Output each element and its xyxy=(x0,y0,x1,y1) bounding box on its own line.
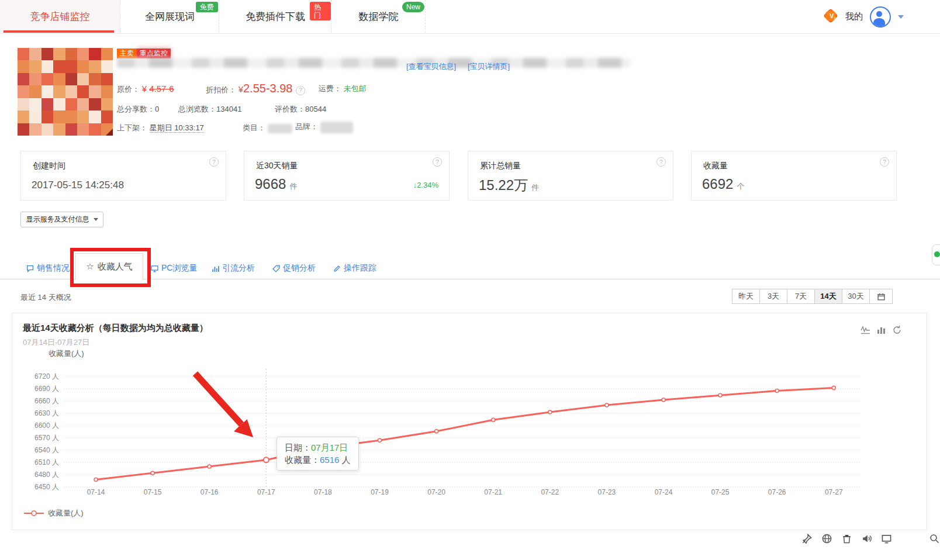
data-point-07-21 xyxy=(492,418,495,421)
product-image-fold xyxy=(106,129,113,136)
monitor-icon xyxy=(151,265,158,272)
help-icon[interactable]: ? xyxy=(656,157,666,167)
stat-card-value: 9668件 xyxy=(255,176,297,192)
data-point-07-17 xyxy=(264,457,269,462)
top-navbar: 竞争店铺监控全网展现词免费免费插件下载热门数据学院New V 3 我的 xyxy=(0,0,940,34)
data-point-07-24 xyxy=(662,398,665,402)
range-button-昨天[interactable]: 昨天 xyxy=(732,289,760,304)
browser-icon xyxy=(822,534,832,544)
stat-value-number: 9668 xyxy=(255,176,286,192)
chevron-down-icon[interactable] xyxy=(898,15,904,19)
data-point-07-22 xyxy=(548,410,552,414)
x-tick-label: 07-23 xyxy=(598,488,616,496)
shares-stat: 总分享数：0 xyxy=(117,104,159,115)
data-point-07-25 xyxy=(718,393,722,397)
stat-card-title: 创建时间 xyxy=(33,161,65,171)
tab-label: 操作跟踪 xyxy=(344,263,376,274)
reviews-stat: 评价数：80544 xyxy=(275,104,326,115)
y-tick-label: 6540 人 xyxy=(34,446,59,454)
show-service-payment-button[interactable]: 显示服务及支付信息 xyxy=(20,212,103,227)
x-tick-label: 07-15 xyxy=(144,488,162,496)
x-tick-label: 07-25 xyxy=(711,488,730,496)
browser-icon[interactable] xyxy=(822,534,832,546)
view-item-info-link[interactable]: [查看宝贝信息] xyxy=(406,61,456,72)
tab-label: PC浏览量 xyxy=(161,263,197,274)
stat-value-number: 6692 xyxy=(702,176,733,192)
speaker-icon[interactable] xyxy=(862,534,872,546)
my-account-link[interactable]: 我的 xyxy=(845,11,863,22)
stat-value-number: 15.22万 xyxy=(479,177,528,193)
stat-card-1: 创建时间2017-05-15 14:25:48? xyxy=(20,151,226,201)
stat-card-title: 近30天销量 xyxy=(256,161,298,171)
range-button-30天[interactable]: 30天 xyxy=(842,289,870,304)
x-tick-label: 07-24 xyxy=(655,488,673,496)
tab-favorites-popularity[interactable]: ☆收藏人气 xyxy=(75,253,143,279)
nav-tab-4[interactable]: 数据学院New xyxy=(332,0,426,33)
trash-icon[interactable] xyxy=(842,534,852,546)
y-tick-label: 6510 人 xyxy=(34,458,59,466)
help-icon[interactable]: ? xyxy=(296,86,305,95)
x-tick-label: 07-21 xyxy=(484,488,502,496)
data-point-07-23 xyxy=(605,403,609,407)
data-point-07-19 xyxy=(378,438,382,442)
product-badge: 重点监控 xyxy=(137,49,171,58)
floating-side-widget[interactable] xyxy=(932,244,940,265)
original-price-row: 原价： ¥ 4.57-6 xyxy=(117,84,174,95)
pencil-icon xyxy=(333,265,341,272)
tab-operation[interactable]: 操作跟踪 xyxy=(333,263,376,274)
trash-icon xyxy=(842,534,852,544)
product-image[interactable] xyxy=(18,48,113,136)
category-row: 类目： xyxy=(243,123,292,133)
range-button-3天[interactable]: 3天 xyxy=(759,289,787,304)
brand-value-blurred xyxy=(320,122,353,133)
search-icon[interactable] xyxy=(929,534,939,546)
speaker-icon xyxy=(862,534,872,544)
display-icon xyxy=(882,534,891,544)
pin-icon xyxy=(802,534,812,544)
pin-icon[interactable] xyxy=(802,534,812,546)
tab-traffic[interactable]: 引流分析 xyxy=(212,263,255,274)
avatar[interactable] xyxy=(870,6,891,27)
product-title-blurred xyxy=(117,58,630,68)
tab-promotion[interactable]: 促销分析 xyxy=(272,263,316,274)
range-button-14天[interactable]: 14天 xyxy=(814,289,842,304)
stat-card-2: 近30天销量9668件↓2.34%? xyxy=(244,151,450,201)
x-tick-label: 07-17 xyxy=(257,488,275,496)
nav-tab-label: 数据学院 xyxy=(359,10,399,23)
tag-icon xyxy=(272,265,280,272)
help-icon[interactable]: ? xyxy=(433,157,442,167)
tab-label: 促销分析 xyxy=(283,263,316,274)
x-tick-label: 07-27 xyxy=(825,488,843,496)
help-icon[interactable]: ? xyxy=(209,157,219,167)
shelf-time-row: 上下架： 星期日 10:33:17 xyxy=(117,123,204,133)
nav-tab-label: 免费插件下载 xyxy=(246,10,305,23)
item-detail-page-link[interactable]: [宝贝详情页] xyxy=(468,61,510,72)
x-tick-label: 07-18 xyxy=(314,488,332,496)
y-tick-label: 6600 人 xyxy=(34,421,59,430)
x-tick-label: 07-19 xyxy=(371,488,389,496)
stat-card-value: 15.22万件 xyxy=(479,176,539,195)
stat-card-value: 2017-05-15 14:25:48 xyxy=(32,179,124,191)
shelf-time-value[interactable]: 星期日 10:33:17 xyxy=(150,123,204,133)
stat-card-title: 累计总销量 xyxy=(480,161,521,171)
display-icon[interactable] xyxy=(882,534,891,546)
brand-row: 品牌： xyxy=(295,122,353,133)
discount-price-value: ¥2.55-3.98 xyxy=(239,82,296,95)
nav-tab-1[interactable]: 竞争店铺监控 xyxy=(0,0,120,33)
nav-tab-label: 竞争店铺监控 xyxy=(30,10,90,23)
tab-label: 收藏人气 xyxy=(98,261,133,272)
tab-sales[interactable]: 销售情况 xyxy=(26,263,70,274)
chart-legend[interactable]: 收藏量(人) xyxy=(24,508,84,518)
data-point-07-27 xyxy=(832,386,835,390)
favorites-line-chart[interactable]: 6450 人6480 人6510 人6540 人6570 人6600 人6630… xyxy=(12,313,928,531)
range-button-7天[interactable]: 7天 xyxy=(787,289,815,304)
help-icon[interactable]: ? xyxy=(880,157,889,167)
nav-tab-2[interactable]: 全网展现词免费 xyxy=(121,0,219,33)
stat-value-unit: 件 xyxy=(289,182,297,191)
calendar-button[interactable] xyxy=(869,289,893,304)
stat-value-number: 2017-05-15 14:25:48 xyxy=(32,179,124,191)
x-tick-label: 07-16 xyxy=(201,488,219,496)
tab-pc-views[interactable]: PC浏览量 xyxy=(151,263,197,274)
nav-tab-3[interactable]: 免费插件下载热门 xyxy=(220,0,331,33)
stat-card-value: 6692个 xyxy=(702,176,744,192)
